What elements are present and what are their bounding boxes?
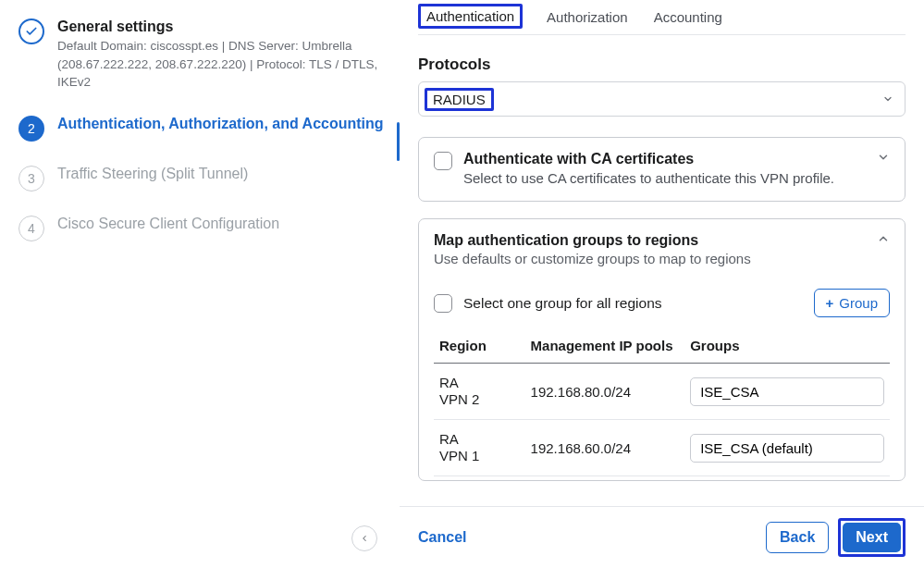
step-number-badge: 3 [18, 166, 44, 191]
next-highlight: Next [838, 518, 906, 557]
protocols-value: RADIUS [425, 88, 494, 111]
step-secure-client[interactable]: 4 Cisco Secure Client Configuration [15, 210, 390, 260]
expand-ca-panel[interactable] [877, 151, 890, 167]
map-groups-subtitle: Use defaults or customize groups to map … [434, 251, 877, 266]
wizard-footer: Cancel Back Next [400, 506, 924, 568]
step-general-settings[interactable]: General settings Default Domain: ciscoss… [15, 13, 390, 110]
step-title: General settings [57, 19, 387, 35]
regions-table: Region Management IP pools Groups RA VPN… [434, 330, 890, 476]
ca-cert-subtitle: Select to use CA certificates to authent… [463, 169, 866, 188]
plus-icon: + [826, 295, 834, 311]
col-region: Region [434, 330, 525, 364]
region-name-l2: VPN 2 [439, 391, 479, 407]
step-title: Authentication, Authorization, and Accou… [57, 116, 387, 132]
next-button[interactable]: Next [843, 523, 901, 552]
check-icon [18, 19, 44, 44]
step-traffic-steering[interactable]: 3 Traffic Steering (Split Tunnel) [15, 160, 390, 210]
step-title: Traffic Steering (Split Tunnel) [57, 166, 387, 182]
protocols-label: Protocols [418, 56, 906, 74]
protocols-select[interactable]: RADIUS [418, 81, 906, 117]
col-pools: Management IP pools [525, 330, 685, 364]
table-row: RA VPN 1 192.168.60.0/24 [434, 420, 890, 476]
pool-cell: 192.168.60.0/24 [525, 420, 685, 476]
chevron-down-icon [882, 93, 893, 105]
region-name-l2: VPN 1 [439, 448, 479, 463]
cancel-button[interactable]: Cancel [418, 529, 466, 546]
region-name-l1: RA [439, 431, 459, 447]
tab-authentication[interactable]: Authentication [418, 4, 523, 29]
region-name-l1: RA [439, 375, 459, 390]
chevron-up-icon [877, 232, 890, 245]
map-groups-panel: Map authentication groups to regions Use… [418, 218, 906, 481]
add-group-button[interactable]: + Group [814, 289, 890, 317]
ca-cert-title: Authenticate with CA certificates [463, 151, 866, 167]
back-button[interactable]: Back [766, 522, 829, 553]
pool-cell: 192.168.80.0/24 [525, 364, 685, 420]
step-number-badge: 2 [18, 116, 44, 142]
ca-cert-checkbox[interactable] [434, 152, 452, 170]
chevron-left-icon [360, 534, 369, 543]
add-group-label: Group [839, 295, 878, 311]
col-groups: Groups [684, 330, 890, 364]
collapse-sidebar-button[interactable] [351, 525, 377, 551]
step-subtitle: Default Domain: ciscosspt.es | DNS Serve… [57, 37, 387, 92]
group-input[interactable] [690, 377, 884, 406]
group-input[interactable] [690, 434, 884, 463]
select-all-regions-checkbox[interactable] [434, 294, 452, 313]
ca-cert-panel: Authenticate with CA certificates Select… [418, 137, 906, 202]
chevron-down-icon [877, 151, 890, 164]
step-number-badge: 4 [18, 216, 44, 241]
table-row: RA VPN 2 192.168.80.0/24 [434, 364, 890, 420]
collapse-map-panel[interactable] [877, 232, 890, 248]
tab-accounting[interactable]: Accounting [652, 4, 724, 34]
select-all-regions-label: Select one group for all regions [463, 295, 662, 312]
map-groups-title: Map authentication groups to regions [434, 232, 877, 249]
step-aaa[interactable]: 2 Authentication, Authorization, and Acc… [15, 110, 390, 160]
tab-authorization[interactable]: Authorization [545, 4, 630, 34]
aaa-tabs: Authentication Authorization Accounting [418, 0, 906, 35]
step-title: Cisco Secure Client Configuration [57, 216, 387, 232]
